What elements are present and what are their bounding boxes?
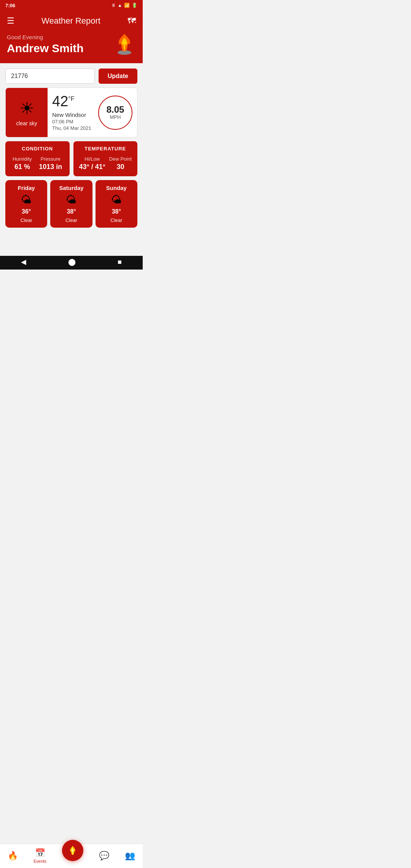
forecast-card-saturday: Saturday 🌤 38° Clear	[50, 180, 92, 228]
weather-left-panel: ☀ clear sky	[6, 88, 48, 137]
humidity-item: Humidity 61 %	[13, 156, 32, 171]
humidity-label: Humidity	[13, 156, 32, 162]
weather-info: 42°F New Windsor 07:06 PM Thu, 04 Mar 20…	[52, 94, 91, 131]
app-logo	[113, 32, 136, 55]
status-bar: 7:06 ⏸ ▲ 📶 🔋	[0, 0, 143, 11]
signal-icon: 📶	[124, 3, 130, 8]
wind-unit: MPH	[110, 114, 121, 120]
app-header: ☰ Weather Report 🗺	[0, 11, 143, 30]
temperature-display: 42°F	[52, 94, 91, 108]
system-nav: ◀ ⬤ ■	[0, 256, 143, 270]
forecast-icon-2: 🌤	[111, 193, 122, 206]
wind-circle: 8.05 MPH	[98, 96, 132, 130]
recent-button[interactable]: ■	[118, 258, 122, 266]
pressure-item: Pressure 1013 in	[39, 156, 62, 171]
dewpoint-item: Dew Point 30	[109, 156, 132, 171]
weather-date: Thu, 04 Mar 2021	[52, 125, 91, 131]
wifi-icon: ▲	[118, 3, 122, 8]
search-row: Update	[0, 63, 143, 88]
zip-input[interactable]	[5, 69, 95, 84]
condition-text: clear sky	[16, 120, 37, 126]
forecast-card-friday: Friday 🌤 36° Clear	[5, 180, 47, 228]
condition-panel: CONDITION Humidity 61 % Pressure 1013 in	[5, 141, 70, 176]
map-icon[interactable]: 🗺	[127, 16, 136, 26]
condition-data-row: Humidity 61 % Pressure 1013 in	[9, 156, 66, 171]
back-button[interactable]: ◀	[21, 258, 26, 266]
battery-icon: 🔋	[132, 3, 137, 8]
status-icons: ⏸ ▲ 📶 🔋	[111, 3, 137, 8]
humidity-value: 61 %	[14, 163, 30, 171]
weather-card: ☀ clear sky 42°F New Windsor 07:06 PM Th…	[5, 88, 137, 137]
hilow-item: Hi/Low 43° / 41°	[79, 156, 105, 171]
user-section: Good Evening Andrew Smith	[0, 30, 143, 63]
location-name: New Windsor	[52, 112, 91, 118]
sun-icon: ☀	[19, 99, 34, 118]
greeting-text: Good Evening	[7, 34, 84, 40]
forecast-temp-1: 38°	[67, 208, 76, 215]
forecast-day-2: Sunday	[106, 185, 127, 191]
forecast-temp-2: 38°	[112, 208, 121, 215]
weather-right-panel: 42°F New Windsor 07:06 PM Thu, 04 Mar 20…	[48, 88, 137, 137]
pressure-value: 1013 in	[39, 163, 62, 171]
dewpoint-label: Dew Point	[109, 156, 132, 162]
update-button[interactable]: Update	[99, 69, 137, 84]
podcast-icon: ⏸	[111, 3, 116, 8]
forecast-icon-0: 🌤	[21, 193, 32, 206]
forecast-temp-0: 36°	[22, 208, 31, 215]
user-name: Andrew Smith	[7, 42, 84, 55]
hilow-label: Hi/Low	[84, 156, 100, 162]
temperature-data-row: Hi/Low 43° / 41° Dew Point 30	[77, 156, 134, 171]
forecast-day-1: Saturday	[59, 185, 83, 191]
wind-speed: 8.05	[107, 105, 124, 114]
status-time: 7:06	[5, 3, 15, 8]
menu-icon[interactable]: ☰	[7, 16, 14, 26]
forecast-day-0: Friday	[18, 185, 35, 191]
hilow-value: 43° / 41°	[79, 163, 105, 171]
panels-row: CONDITION Humidity 61 % Pressure 1013 in…	[5, 141, 137, 176]
forecast-condition-2: Clear	[110, 217, 122, 223]
home-button[interactable]: ⬤	[68, 258, 76, 266]
pressure-label: Pressure	[41, 156, 61, 162]
forecast-icon-1: 🌤	[66, 193, 76, 206]
forecast-card-sunday: Sunday 🌤 38° Clear	[96, 180, 137, 228]
condition-title: CONDITION	[9, 146, 66, 152]
forecast-condition-0: Clear	[21, 217, 32, 223]
temperature-title: TEMPERATURE	[77, 146, 134, 152]
page-title: Weather Report	[41, 16, 100, 26]
weather-time: 07:06 PM	[52, 119, 91, 124]
dewpoint-value: 30	[116, 163, 124, 171]
temperature-panel: TEMPERATURE Hi/Low 43° / 41° Dew Point 3…	[73, 141, 138, 176]
forecast-condition-1: Clear	[65, 217, 77, 223]
forecast-row: Friday 🌤 36° Clear Saturday 🌤 38° Clear …	[5, 180, 137, 228]
